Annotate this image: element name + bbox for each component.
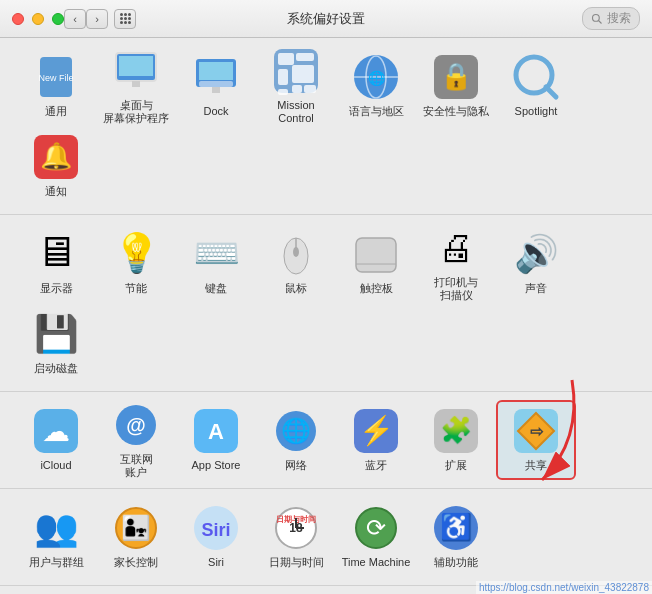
display-label: 显示器 <box>40 282 73 295</box>
parental-icon: 👨‍👧 <box>112 504 160 552</box>
security-label: 安全性与隐私 <box>423 105 489 118</box>
language-icon: 🌐 <box>352 53 400 101</box>
forward-button[interactable]: › <box>86 9 108 29</box>
svg-text:💾: 💾 <box>34 312 79 355</box>
startup-label: 启动磁盘 <box>34 362 78 375</box>
pref-item-trackpad[interactable]: 触控板 <box>336 223 416 303</box>
pref-item-energy[interactable]: 💡节能 <box>96 223 176 303</box>
mouse-icon <box>272 230 320 278</box>
display-icon: 🖥 <box>32 230 80 278</box>
pref-item-spotlight[interactable]: Spotlight <box>496 46 576 126</box>
notify-label: 通知 <box>45 185 67 198</box>
svg-rect-9 <box>199 81 233 87</box>
section-1: New File通用桌面与 屏幕保护程序DockMission Control🌐… <box>0 38 652 215</box>
pref-item-sharing[interactable]: ⇨共享 <box>496 400 576 480</box>
pref-item-general[interactable]: New File通用 <box>16 46 96 126</box>
users-icon: 👥 <box>32 504 80 552</box>
svg-rect-13 <box>296 53 314 61</box>
preferences-content: New File通用桌面与 屏幕保护程序DockMission Control🌐… <box>0 38 652 594</box>
pref-item-startup[interactable]: 💾启动磁盘 <box>16 303 96 383</box>
svg-rect-6 <box>132 81 140 87</box>
section-4: 👥用户与群组👨‍👧家长控制SiriSiri日期与时间18日期与时间⟳Time M… <box>0 489 652 586</box>
grid-view-button[interactable] <box>114 9 136 29</box>
extensions-icon: 🧩 <box>432 407 480 455</box>
icon-grid-2: 🖥显示器💡节能⌨️键盘鼠标触控板🖨打印机与 扫描仪🔊声音💾启动磁盘 <box>16 223 636 383</box>
pref-item-appstore[interactable]: AApp Store <box>176 400 256 480</box>
pref-item-mouse[interactable]: 鼠标 <box>256 223 336 303</box>
back-button[interactable]: ‹ <box>64 9 86 29</box>
accessibility-icon: ♿ <box>432 504 480 552</box>
energy-icon: 💡 <box>112 230 160 278</box>
trackpad-label: 触控板 <box>360 282 393 295</box>
section-2: 🖥显示器💡节能⌨️键盘鼠标触控板🖨打印机与 扫描仪🔊声音💾启动磁盘 <box>0 215 652 392</box>
pref-item-sound[interactable]: 🔊声音 <box>496 223 576 303</box>
siri-label: Siri <box>208 556 224 569</box>
datetime-label: 日期与时间 <box>269 556 324 569</box>
security-icon: 🔒 <box>432 53 480 101</box>
pref-item-internet[interactable]: @互联网 账户 <box>96 400 176 480</box>
svg-rect-17 <box>292 85 302 93</box>
mouse-label: 鼠标 <box>285 282 307 295</box>
general-icon: New File <box>32 53 80 101</box>
icon-grid-4: 👥用户与群组👨‍👧家长控制SiriSiri日期与时间18日期与时间⟳Time M… <box>16 497 636 577</box>
svg-text:🔊: 🔊 <box>514 232 559 275</box>
pref-item-printer[interactable]: 🖨打印机与 扫描仪 <box>416 223 496 303</box>
keyboard-icon: ⌨️ <box>192 230 240 278</box>
svg-text:@: @ <box>126 414 146 436</box>
pref-item-security[interactable]: 🔒安全性与隐私 <box>416 46 496 126</box>
svg-text:🖥: 🖥 <box>35 230 77 275</box>
search-box[interactable]: 搜索 <box>582 7 640 30</box>
pref-item-accessibility[interactable]: ♿辅助功能 <box>416 497 496 577</box>
notify-icon: 🔔 <box>32 133 80 181</box>
dock-icon <box>192 53 240 101</box>
svg-rect-12 <box>278 53 294 65</box>
network-icon: 🌐 <box>272 407 320 455</box>
traffic-lights <box>12 13 64 25</box>
pref-item-network[interactable]: 🌐网络 <box>256 400 336 480</box>
svg-rect-5 <box>119 56 153 76</box>
pref-item-bluetooth[interactable]: ⚡蓝牙 <box>336 400 416 480</box>
pref-item-siri[interactable]: SiriSiri <box>176 497 256 577</box>
icon-grid-1: New File通用桌面与 屏幕保护程序DockMission Control🌐… <box>16 46 636 206</box>
maximize-button[interactable] <box>52 13 64 25</box>
svg-text:👥: 👥 <box>34 506 79 549</box>
search-icon <box>591 13 603 25</box>
pref-item-parental[interactable]: 👨‍👧家长控制 <box>96 497 176 577</box>
svg-point-34 <box>293 247 299 257</box>
pref-item-icloud[interactable]: ☁iCloud <box>16 400 96 480</box>
pref-item-dock[interactable]: Dock <box>176 46 256 126</box>
users-label: 用户与群组 <box>29 556 84 569</box>
svg-rect-8 <box>199 62 233 80</box>
svg-point-0 <box>593 14 600 21</box>
icloud-icon: ☁ <box>32 407 80 455</box>
pref-item-notify[interactable]: 🔔通知 <box>16 126 96 206</box>
pref-item-desktop[interactable]: 桌面与 屏幕保护程序 <box>96 46 176 126</box>
pref-item-keyboard[interactable]: ⌨️键盘 <box>176 223 256 303</box>
svg-text:🌐: 🌐 <box>281 416 311 445</box>
svg-text:🌐: 🌐 <box>368 70 386 87</box>
pref-item-display[interactable]: 🖥显示器 <box>16 223 96 303</box>
startup-icon: 💾 <box>32 310 80 358</box>
svg-text:Siri: Siri <box>201 520 230 540</box>
dock-label: Dock <box>203 105 228 118</box>
mission-icon <box>272 47 320 95</box>
appstore-icon: A <box>192 407 240 455</box>
sharing-label: 共享 <box>525 459 547 472</box>
minimize-button[interactable] <box>32 13 44 25</box>
pref-item-timemachine[interactable]: ⟳Time Machine <box>336 497 416 577</box>
svg-text:⟳: ⟳ <box>366 514 386 541</box>
close-button[interactable] <box>12 13 24 25</box>
pref-item-users[interactable]: 👥用户与群组 <box>16 497 96 577</box>
svg-line-1 <box>599 20 602 23</box>
pref-item-mission[interactable]: Mission Control <box>256 46 336 126</box>
timemachine-icon: ⟳ <box>352 504 400 552</box>
bluetooth-label: 蓝牙 <box>365 459 387 472</box>
spotlight-icon <box>512 53 560 101</box>
svg-rect-15 <box>292 65 314 83</box>
svg-rect-10 <box>212 87 220 93</box>
bluetooth-icon: ⚡ <box>352 407 400 455</box>
pref-item-datetime[interactable]: 日期与时间18日期与时间 <box>256 497 336 577</box>
pref-item-extensions[interactable]: 🧩扩展 <box>416 400 496 480</box>
pref-item-language[interactable]: 🌐语言与地区 <box>336 46 416 126</box>
window-title: 系统偏好设置 <box>287 10 365 28</box>
